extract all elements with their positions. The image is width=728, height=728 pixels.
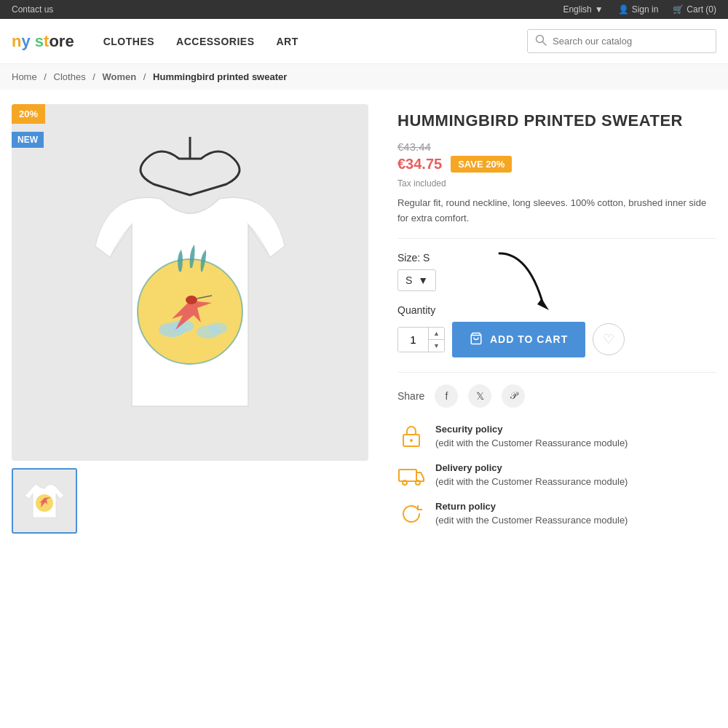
svg-point-18 — [403, 480, 407, 485]
product-images: 20% NEW — [12, 104, 368, 534]
return-sub: (edit with the Customer Reassurance modu… — [435, 515, 628, 526]
sweater-illustration — [66, 130, 314, 435]
thumbnail-strip — [12, 468, 368, 534]
quantity-stepper[interactable]: 1 ▲ ▼ — [397, 327, 445, 352]
breadcrumb-clothes[interactable]: Clothes — [54, 71, 86, 82]
product-description: Regular fit, round neckline, long sleeve… — [397, 196, 716, 239]
search-icon — [535, 34, 547, 48]
size-dropdown[interactable]: S ▼ — [397, 269, 436, 291]
cart-section: Quantity 1 ▲ ▼ — [397, 304, 716, 357]
wishlist-button[interactable]: ♡ — [593, 323, 625, 355]
heart-icon: ♡ — [603, 331, 614, 347]
product-container: 20% NEW — [0, 90, 728, 553]
discount-badge: 20% — [12, 104, 45, 124]
delivery-sub: (edit with the Customer Reassurance modu… — [435, 476, 628, 487]
top-bar: Contact us English ▼ 👤 Sign in 🛒 Cart (0… — [0, 0, 728, 19]
svg-line-1 — [543, 42, 547, 46]
quantity-up[interactable]: ▲ — [429, 328, 444, 340]
nav-art[interactable]: ART — [276, 36, 298, 47]
return-title: Return policy — [435, 501, 496, 512]
share-row: Share f 𝕏 𝒫 — [397, 372, 716, 408]
svg-point-7 — [208, 323, 227, 334]
security-title: Security policy — [435, 424, 502, 435]
facebook-share[interactable]: f — [435, 384, 458, 408]
signin-link[interactable]: 👤 Sign in — [618, 4, 659, 15]
return-icon — [397, 499, 425, 527]
product-info: HUMMINGBIRD PRINTED SWEATER €43.44 €34.7… — [397, 104, 716, 538]
price-new: €34.75 — [397, 156, 442, 173]
product-title: HUMMINGBIRD PRINTED SWEATER — [397, 111, 716, 130]
cart-icon: 🛒 — [673, 4, 684, 15]
header: ny store CLOTHES ACCESSORIES ART — [0, 19, 728, 64]
cart-btn-icon — [470, 332, 483, 347]
size-value: S — [405, 274, 412, 286]
cart-link[interactable]: 🛒 Cart (0) — [673, 4, 716, 15]
contact-us[interactable]: Contact us — [12, 4, 53, 15]
twitter-share[interactable]: 𝕏 — [468, 384, 491, 408]
thumbnail-1[interactable] — [12, 468, 77, 534]
breadcrumb-home[interactable]: Home — [12, 71, 37, 82]
reassurance-security: Security policy (edit with the Customer … — [397, 422, 716, 451]
price-old: €43.44 — [397, 141, 716, 153]
tax-note: Tax included — [397, 178, 716, 189]
quantity-input[interactable]: 1 — [398, 328, 429, 352]
delivery-icon — [397, 461, 425, 488]
size-label: Size: S — [397, 252, 716, 264]
person-icon: 👤 — [618, 4, 629, 15]
svg-rect-17 — [399, 470, 416, 481]
breadcrumb-current: Hummingbird printed sweater — [153, 71, 287, 82]
delivery-title: Delivery policy — [435, 462, 502, 473]
pinterest-share[interactable]: 𝒫 — [502, 384, 525, 408]
main-nav: CLOTHES ACCESSORIES ART — [103, 36, 498, 47]
security-sub: (edit with the Customer Reassurance modu… — [435, 438, 628, 448]
search-input[interactable] — [553, 36, 708, 47]
add-to-cart-label: ADD TO CART — [490, 333, 568, 345]
add-to-cart-button[interactable]: ADD TO CART — [452, 322, 585, 357]
language-selector[interactable]: English ▼ — [563, 4, 603, 15]
reassurance-return: Return policy (edit with the Customer Re… — [397, 499, 716, 528]
save-badge: SAVE 20% — [451, 156, 512, 173]
new-badge: NEW — [12, 132, 44, 148]
breadcrumb-women[interactable]: Women — [103, 71, 137, 82]
dropdown-arrow-icon: ▼ — [418, 274, 428, 286]
quantity-down[interactable]: ▼ — [429, 340, 444, 352]
reassurance-delivery: Delivery policy (edit with the Customer … — [397, 461, 716, 489]
nav-accessories[interactable]: ACCESSORIES — [176, 36, 254, 47]
cart-row: 1 ▲ ▼ ADD TO CART — [397, 322, 716, 357]
nav-clothes[interactable]: CLOTHES — [103, 36, 154, 47]
reassurance-section: Security policy (edit with the Customer … — [397, 422, 716, 528]
logo[interactable]: ny store — [12, 32, 74, 51]
main-product-image[interactable]: 20% NEW — [12, 104, 368, 461]
price-row: €34.75 SAVE 20% — [397, 156, 716, 173]
lock-icon — [397, 422, 425, 450]
share-label: Share — [397, 390, 424, 402]
svg-point-8 — [186, 296, 197, 304]
svg-point-16 — [410, 439, 413, 442]
price-section: €43.44 €34.75 SAVE 20% — [397, 141, 716, 173]
qty-label: Quantity — [397, 304, 716, 316]
search-box[interactable] — [527, 29, 716, 53]
svg-point-19 — [416, 480, 420, 485]
breadcrumb: Home / Clothes / Women / Hummingbird pri… — [0, 64, 728, 90]
